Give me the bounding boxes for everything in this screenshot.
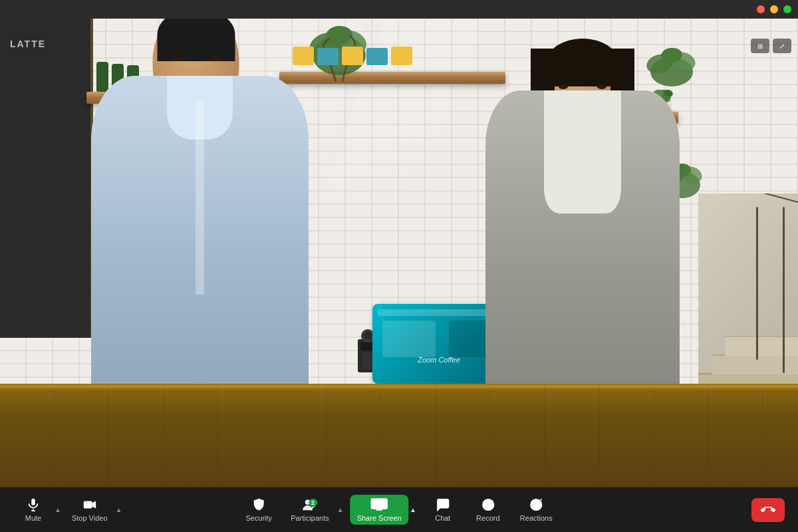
fullscreen-btn[interactable]: ⤢ (773, 39, 791, 53)
share-screen-icon (370, 497, 388, 512)
maximize-button[interactable] (783, 5, 791, 13)
mute-label: Mute (25, 514, 41, 522)
participant-count-badge: 2 (309, 499, 317, 507)
person-woman (431, 23, 734, 398)
share-screen-group: Share Screen ▲ (350, 495, 418, 525)
video-chevron[interactable]: ▲ (114, 505, 124, 515)
security-icon (249, 497, 268, 512)
chat-icon (434, 497, 452, 512)
svg-rect-16 (363, 352, 372, 369)
svg-rect-26 (84, 501, 92, 509)
participants-button[interactable]: 2 Participants (284, 495, 335, 525)
chat-label: Chat (435, 514, 450, 522)
participants-chevron[interactable]: ▲ (336, 505, 345, 515)
reactions-icon: + (527, 497, 545, 512)
toolbar-center-group: Security 2 (239, 495, 559, 525)
svg-point-36 (537, 503, 539, 504)
toolbar-left-group: Mute ▲ Stop Video ▲ (13, 495, 123, 525)
man-body (91, 76, 309, 398)
counter (0, 384, 798, 487)
box-yellow-3 (391, 47, 412, 65)
end-call-button[interactable] (751, 498, 785, 522)
title-bar (0, 0, 798, 19)
svg-point-18 (364, 332, 372, 340)
security-button[interactable]: Security (239, 495, 279, 525)
railing-post-2 (756, 207, 758, 360)
railing-post (783, 207, 785, 373)
reactions-button[interactable]: + Reactions (513, 495, 559, 525)
record-icon (479, 497, 497, 512)
woman-hair-top (547, 39, 618, 86)
video-scene: ⊞ ⤢ (0, 19, 798, 487)
video-group: Stop Video ▲ (65, 495, 124, 525)
toolbar-right-group (751, 498, 785, 522)
minimize-button[interactable] (770, 5, 778, 13)
reactions-label: Reactions (520, 514, 553, 522)
svg-point-35 (533, 503, 535, 504)
svg-point-33 (485, 502, 490, 507)
security-label: Security (245, 514, 272, 522)
chat-button[interactable]: Chat (423, 495, 463, 525)
box-teal-2 (366, 48, 388, 65)
stop-video-button[interactable]: Stop Video (65, 495, 114, 525)
share-screen-button[interactable]: Share Screen (350, 495, 408, 525)
top-right-controls: ⊞ ⤢ (751, 39, 791, 53)
main-container: ⊞ ⤢ Mute (0, 0, 798, 532)
svg-text:+: + (540, 497, 543, 502)
record-label: Record (476, 514, 499, 522)
svg-rect-23 (31, 499, 35, 505)
woman-top-inner (544, 90, 622, 213)
video-area: ⊞ ⤢ (0, 19, 798, 487)
participants-icon-wrapper: 2 (301, 497, 319, 512)
man-eye-left (172, 56, 182, 61)
share-screen-chevron[interactable]: ▲ (408, 505, 418, 515)
participants-icon: 2 (301, 497, 319, 512)
share-screen-label: Share Screen (357, 514, 402, 522)
person-man (24, 19, 359, 398)
close-button[interactable] (757, 5, 765, 13)
microphone-icon (24, 497, 43, 512)
svg-marker-27 (92, 501, 96, 509)
title-bar-controls (757, 5, 791, 13)
man-shirt-line (196, 101, 204, 295)
stair-3 (725, 336, 798, 356)
woman-eye-left (559, 84, 568, 89)
stop-video-label: Stop Video (72, 514, 108, 522)
participants-label: Participants (291, 514, 329, 522)
record-button[interactable]: Record (468, 495, 508, 525)
machine-panel-left (382, 321, 436, 357)
svg-rect-31 (376, 509, 382, 511)
mute-group: Mute ▲ (13, 495, 63, 525)
video-icon (80, 497, 99, 512)
woman-body (485, 90, 680, 398)
man-hair (157, 19, 235, 61)
participants-group: 2 Participants ▲ (284, 495, 344, 525)
mute-chevron[interactable]: ▲ (53, 505, 63, 515)
toolbar: Mute ▲ Stop Video ▲ (0, 487, 798, 532)
grid-view-btn[interactable]: ⊞ (751, 39, 769, 53)
mute-button[interactable]: Mute (13, 495, 53, 525)
woman-eye-right (597, 84, 606, 89)
